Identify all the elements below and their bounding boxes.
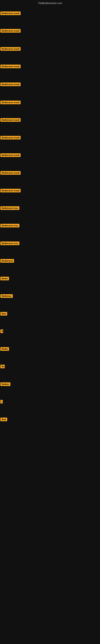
bottleneck-badge-3: Bottleneck result — [0, 64, 21, 68]
bottleneck-badge-10: Bottleneck result — [0, 189, 21, 192]
bottleneck-badge-22: | — [0, 400, 3, 404]
badge-item-3: Bottleneck result — [0, 64, 21, 69]
badge-item-11: Bottleneck resu — [0, 206, 19, 211]
bottleneck-badge-11: Bottleneck resu — [0, 206, 19, 210]
badge-item-6: Bottleneck result — [0, 118, 21, 122]
badge-item-13: Bottleneck resu — [0, 242, 19, 246]
badge-item-19: Bottle — [0, 347, 9, 352]
badge-item-16: Bottlenec — [0, 294, 13, 299]
badge-item-2: Bottleneck result — [0, 47, 21, 52]
badge-item-8: Bottleneck result — [0, 153, 21, 158]
badge-item-12: Bottleneck resu — [0, 224, 19, 228]
bottleneck-badge-17: Bott — [0, 312, 7, 316]
badge-item-23: Bott — [0, 418, 7, 422]
bottleneck-badge-19: Bottle — [0, 347, 9, 351]
badge-item-9: Bottleneck result — [0, 171, 21, 176]
bottleneck-badge-5: Bottleneck result — [0, 100, 21, 104]
badge-item-1: Bottleneck result — [0, 29, 21, 34]
bottleneck-badge-6: Bottleneck result — [0, 118, 21, 122]
bottleneck-badge-23: Bott — [0, 418, 7, 421]
badge-item-21: Bottlen — [0, 382, 10, 387]
bottleneck-badge-18: B — [0, 330, 3, 333]
badge-item-22: | — [0, 400, 2, 404]
badge-item-18: B — [0, 330, 3, 334]
bottleneck-badge-12: Bottleneck resu — [0, 224, 19, 228]
site-title: TheBottlenecker.com — [0, 2, 100, 5]
bottleneck-badge-0: Bottleneck result — [0, 12, 21, 15]
bottleneck-badge-20: Bo — [0, 365, 5, 368]
bottleneck-badge-4: Bottleneck result — [0, 82, 21, 86]
bottleneck-badge-2: Bottleneck result — [0, 47, 21, 51]
bottleneck-badge-21: Bottlen — [0, 382, 10, 386]
bottleneck-badge-8: Bottleneck result — [0, 153, 21, 157]
bottleneck-badge-9: Bottleneck result — [0, 171, 21, 175]
bottleneck-badge-16: Bottlenec — [0, 294, 13, 298]
bottleneck-badge-1: Bottleneck result — [0, 29, 21, 32]
badge-item-10: Bottleneck result — [0, 189, 21, 193]
badge-item-20: Bo — [0, 365, 5, 369]
badge-item-15: Bottle — [0, 277, 9, 281]
bottleneck-badge-15: Bottle — [0, 277, 9, 280]
bottleneck-badge-13: Bottleneck resu — [0, 242, 19, 245]
badge-item-4: Bottleneck result — [0, 82, 21, 87]
badge-item-5: Bottleneck result — [0, 100, 21, 105]
bottleneck-badge-7: Bottleneck result — [0, 136, 21, 140]
badge-item-14: Bottleneck — [0, 259, 14, 264]
badge-item-7: Bottleneck result — [0, 136, 21, 140]
badge-item-17: Bott — [0, 312, 7, 316]
badge-item-0: Bottleneck result — [0, 12, 21, 16]
bottleneck-badge-14: Bottleneck — [0, 259, 14, 263]
